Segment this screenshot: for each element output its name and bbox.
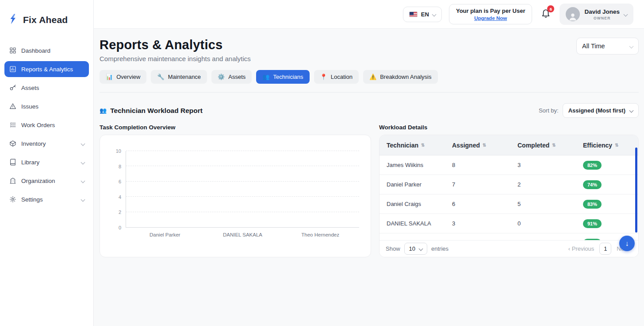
gridline (126, 196, 359, 197)
technician-cell: Daniel Parker (387, 181, 452, 188)
y-tick-label: 4 (119, 194, 121, 200)
report-tabs: 📊Overview🔧Maintenance⚙️Assets👥Technician… (100, 70, 639, 84)
main-content: Reports & Analytics Comprehensive mainte… (94, 29, 644, 326)
workload-details-table: Technician⇅Assigned⇅Completed⇅Efficiency… (379, 135, 639, 257)
brand-logo-icon (7, 13, 19, 27)
tab-icon: 🔧 (157, 74, 164, 80)
sidebar-item-label: Reports & Analytics (21, 66, 84, 73)
sort-arrows-icon: ⇅ (483, 143, 486, 147)
page-size-select[interactable]: 10 (404, 243, 427, 255)
page-subtitle: Comprehensive maintenance insights and a… (100, 55, 251, 62)
topbar: EN Your plan is Pay per User Upgrade Now… (94, 0, 644, 29)
tab-maintenance[interactable]: 🔧Maintenance (151, 70, 207, 84)
tab-label: Overview (116, 74, 140, 80)
page-title: Reports & Analytics (100, 38, 251, 52)
scroll-down-fab[interactable]: ↓ (619, 236, 635, 251)
tab-icon: ⚠️ (369, 74, 376, 80)
chevron-down-icon (432, 12, 436, 16)
tab-label: Location (331, 74, 353, 80)
gear-icon (9, 195, 17, 203)
sidebar-item-label: Library (21, 159, 77, 166)
key-icon (9, 84, 17, 92)
chevron-down-icon (81, 141, 85, 146)
entries-label: entries (431, 245, 448, 252)
table-scrollbar[interactable] (635, 147, 637, 233)
sort-arrows-icon: ⇅ (552, 143, 556, 147)
gridline (126, 151, 359, 151)
sidebar-item-assets[interactable]: Assets (4, 80, 89, 96)
sidebar-item-work-orders[interactable]: Work Orders (4, 117, 89, 133)
sort-select-value: Assigned (Most first) (568, 107, 625, 114)
column-header-assigned[interactable]: Assigned⇅ (452, 142, 518, 149)
report-icon (9, 65, 17, 73)
sidebar-item-label: Issues (21, 103, 84, 110)
user-menu[interactable]: David Jones OWNER (560, 4, 633, 25)
table-row[interactable]: Daniel Parker7274% (380, 175, 638, 194)
previous-page-button[interactable]: ‹ Previous (568, 245, 594, 252)
chevron-down-icon (81, 179, 85, 183)
assigned-cell: 6 (452, 201, 518, 207)
assigned-cell: 8 (452, 162, 518, 168)
tab-icon: 📊 (106, 74, 113, 80)
user-name: David Jones (584, 8, 620, 15)
assigned-cell: 3 (452, 220, 518, 227)
column-header-efficiency[interactable]: Efficiency⇅ (583, 142, 638, 149)
sidebar-item-reports-analytics[interactable]: Reports & Analytics (4, 61, 89, 77)
table-row[interactable]: Daniel Craigs6583% (380, 194, 638, 214)
page-number-button[interactable]: 1 (599, 243, 611, 255)
y-tick-label: 0 (119, 225, 121, 230)
sidebar-item-organization[interactable]: Organization (4, 173, 89, 189)
completed-cell: 2 (518, 181, 583, 188)
notifications-button[interactable]: 6 (541, 8, 551, 20)
sidebar-item-inventory[interactable]: Inventory (4, 136, 89, 151)
sort-select[interactable]: Assigned (Most first) (563, 103, 639, 118)
gridline (126, 166, 359, 166)
sidebar-item-issues[interactable]: Issues (4, 98, 89, 114)
show-label: Show (386, 245, 400, 252)
tab-label: Breakdown Analysis (380, 74, 431, 80)
chart-y-axis: 0246810 (106, 151, 126, 228)
column-header-technician[interactable]: Technician⇅ (387, 142, 452, 149)
chevron-down-icon (629, 44, 634, 48)
sidebar-item-dashboard[interactable]: Dashboard (4, 43, 89, 58)
right-column: EN Your plan is Pay per User Upgrade Now… (94, 0, 644, 326)
table-row[interactable]: DANIEL SAKALA3091% (380, 214, 638, 233)
time-filter-select[interactable]: All Time (576, 38, 639, 54)
sort-arrows-icon: ⇅ (615, 143, 618, 147)
sidebar-item-library[interactable]: Library (4, 154, 89, 170)
table-row[interactable]: James Wiikins8382% (380, 155, 638, 175)
language-selector[interactable]: EN (403, 7, 442, 22)
x-category-label: DANIEL SAKALA (223, 232, 262, 237)
column-header-completed[interactable]: Completed⇅ (518, 142, 583, 149)
table-body[interactable]: James Wiikins8382%Daniel Parker7274%Dani… (380, 155, 638, 242)
y-tick-label: 2 (119, 210, 121, 215)
user-role: OWNER (584, 16, 620, 20)
y-tick-label: 10 (116, 148, 121, 154)
upgrade-now-link[interactable]: Upgrade Now (456, 16, 525, 21)
tab-location[interactable]: 📍Location (314, 70, 359, 84)
task-completion-chart: 0246810 Daniel ParkerDANIEL SAKALATheo H… (100, 135, 371, 257)
efficiency-badge: 82% (583, 161, 602, 170)
efficiency-badge: 83% (583, 200, 602, 209)
sidebar-item-label: Organization (21, 178, 77, 184)
y-tick-label: 8 (119, 164, 121, 169)
tab-technicians[interactable]: 👥Technicians (256, 70, 309, 84)
gridline (126, 212, 359, 212)
grid-icon (9, 47, 17, 54)
us-flag-icon (409, 12, 418, 17)
y-tick-label: 6 (119, 179, 121, 184)
sidebar-item-settings[interactable]: Settings (4, 191, 89, 207)
tab-icon: ⚙️ (218, 74, 225, 80)
pagination-bar: Show 10 entries ‹ Previous 1 Next › (380, 240, 638, 257)
column-label: Efficiency (583, 142, 612, 149)
tab-assets[interactable]: ⚙️Assets (211, 70, 252, 84)
tab-overview[interactable]: 📊Overview (100, 70, 146, 84)
completed-cell: 3 (518, 162, 583, 168)
plan-text: Your plan is Pay per User (456, 8, 525, 14)
notification-badge: 6 (547, 5, 554, 12)
chevron-down-icon (629, 109, 634, 113)
tab-breakdown-analysis[interactable]: ⚠️Breakdown Analysis (363, 70, 438, 84)
sidebar-item-label: Work Orders (21, 122, 84, 128)
time-filter-value: All Time (582, 43, 605, 50)
page-size-value: 10 (409, 245, 415, 252)
